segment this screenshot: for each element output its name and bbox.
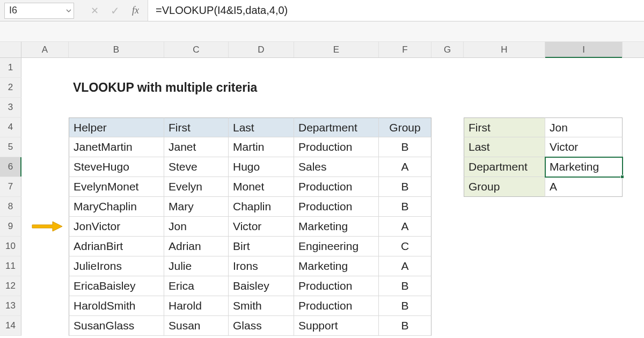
cell-I14[interactable] <box>545 316 623 336</box>
cell-A10[interactable] <box>21 237 69 256</box>
name-box[interactable]: I6 <box>4 3 74 19</box>
cell-D2[interactable] <box>229 78 294 98</box>
cell-C6[interactable]: Steve <box>164 157 229 177</box>
row-header-6[interactable]: 6 <box>0 157 21 177</box>
cell-E3[interactable] <box>294 98 379 117</box>
row-header-13[interactable]: 13 <box>0 296 21 316</box>
cell-D12[interactable]: Baisley <box>229 276 294 296</box>
cell-I3[interactable] <box>545 98 623 117</box>
cell-C7[interactable]: Evelyn <box>164 177 229 197</box>
row-header-12[interactable]: 12 <box>0 276 21 296</box>
cell-G10[interactable] <box>431 237 464 256</box>
cell-B13[interactable]: HaroldSmith <box>69 296 164 316</box>
cell-F12[interactable]: B <box>379 276 431 296</box>
cell-D1[interactable] <box>229 58 294 78</box>
worksheet-grid[interactable]: A B C D E F G H I 1 2 VLOOKUP with multi… <box>0 42 644 336</box>
cell-C1[interactable] <box>164 58 229 78</box>
cell-B7[interactable]: EvelynMonet <box>69 177 164 197</box>
cell-D7[interactable]: Monet <box>229 177 294 197</box>
cell-C5[interactable]: Janet <box>164 137 229 157</box>
cell-I9[interactable] <box>545 217 623 237</box>
cell-E7[interactable]: Production <box>294 177 379 197</box>
cell-A6[interactable] <box>21 157 69 177</box>
col-header-C[interactable]: C <box>164 42 229 57</box>
cell-B8[interactable]: MaryChaplin <box>69 197 164 217</box>
cell-I1[interactable] <box>545 58 623 78</box>
cell-H11[interactable] <box>464 256 545 276</box>
row-header-14[interactable]: 14 <box>0 316 21 336</box>
cell-F9[interactable]: A <box>379 217 431 237</box>
cell-E1[interactable] <box>294 58 379 78</box>
cell-G4[interactable] <box>431 117 464 137</box>
cell-H9[interactable] <box>464 217 545 237</box>
cell-E13[interactable]: Production <box>294 296 379 316</box>
cell-D4[interactable]: Last <box>229 117 294 137</box>
col-header-B[interactable]: B <box>69 42 164 57</box>
cell-H8[interactable] <box>464 197 545 217</box>
name-box-dropdown-icon[interactable] <box>66 8 71 13</box>
row-header-11[interactable]: 11 <box>0 256 21 276</box>
fx-icon[interactable]: fx <box>129 5 142 16</box>
selection-handle[interactable] <box>620 175 624 179</box>
cell-C12[interactable]: Erica <box>164 276 229 296</box>
cell-I12[interactable] <box>545 276 623 296</box>
cell-F4[interactable]: Group <box>379 117 431 137</box>
cell-D5[interactable]: Martin <box>229 137 294 157</box>
row-header-3[interactable]: 3 <box>0 98 21 117</box>
cell-A8[interactable] <box>21 197 69 217</box>
cell-H14[interactable] <box>464 316 545 336</box>
cell-F14[interactable]: B <box>379 316 431 336</box>
cell-B3[interactable] <box>69 98 164 117</box>
cell-B9[interactable]: JonVictor <box>69 217 164 237</box>
col-header-G[interactable]: G <box>431 42 464 57</box>
cell-E11[interactable]: Marketing <box>294 256 379 276</box>
formula-input[interactable]: =VLOOKUP(I4&I5,data,4,0) <box>148 0 644 21</box>
cell-C4[interactable]: First <box>164 117 229 137</box>
cell-G12[interactable] <box>431 276 464 296</box>
cell-I5[interactable]: Victor <box>545 137 623 157</box>
cell-A2[interactable] <box>21 78 69 98</box>
cell-D6[interactable]: Hugo <box>229 157 294 177</box>
cell-E12[interactable]: Production <box>294 276 379 296</box>
cell-C13[interactable]: Harold <box>164 296 229 316</box>
cell-I7[interactable]: A <box>545 177 623 197</box>
cell-G6[interactable] <box>431 157 464 177</box>
cell-E4[interactable]: Department <box>294 117 379 137</box>
cell-H4[interactable]: First <box>464 117 545 137</box>
cell-H12[interactable] <box>464 276 545 296</box>
cell-H3[interactable] <box>464 98 545 117</box>
row-header-7[interactable]: 7 <box>0 177 21 197</box>
cell-F7[interactable]: B <box>379 177 431 197</box>
cell-A12[interactable] <box>21 276 69 296</box>
cell-F1[interactable] <box>379 58 431 78</box>
cell-I10[interactable] <box>545 237 623 256</box>
cell-B12[interactable]: EricaBaisley <box>69 276 164 296</box>
cell-I13[interactable] <box>545 296 623 316</box>
cell-B5[interactable]: JanetMartin <box>69 137 164 157</box>
cell-A4[interactable] <box>21 117 69 137</box>
cell-F5[interactable]: B <box>379 137 431 157</box>
select-all-corner[interactable] <box>0 42 21 57</box>
row-header-4[interactable]: 4 <box>0 117 21 137</box>
cell-E8[interactable]: Production <box>294 197 379 217</box>
col-header-F[interactable]: F <box>379 42 431 57</box>
cell-F13[interactable]: B <box>379 296 431 316</box>
cell-H2[interactable] <box>464 78 545 98</box>
cell-G9[interactable] <box>431 217 464 237</box>
cell-C8[interactable]: Mary <box>164 197 229 217</box>
cell-B2[interactable]: VLOOKUP with multiple criteria <box>69 78 164 98</box>
cell-D8[interactable]: Chaplin <box>229 197 294 217</box>
cell-A5[interactable] <box>21 137 69 157</box>
cell-B11[interactable]: JulieIrons <box>69 256 164 276</box>
cell-D10[interactable]: Birt <box>229 237 294 256</box>
cell-G1[interactable] <box>431 58 464 78</box>
cell-A3[interactable] <box>21 98 69 117</box>
cell-G11[interactable] <box>431 256 464 276</box>
cell-F6[interactable]: A <box>379 157 431 177</box>
row-header-9[interactable]: 9 <box>0 217 21 237</box>
enter-icon[interactable]: ✓ <box>108 4 121 17</box>
cell-C3[interactable] <box>164 98 229 117</box>
cell-G3[interactable] <box>431 98 464 117</box>
cell-B10[interactable]: AdrianBirt <box>69 237 164 256</box>
cell-G2[interactable] <box>431 78 464 98</box>
